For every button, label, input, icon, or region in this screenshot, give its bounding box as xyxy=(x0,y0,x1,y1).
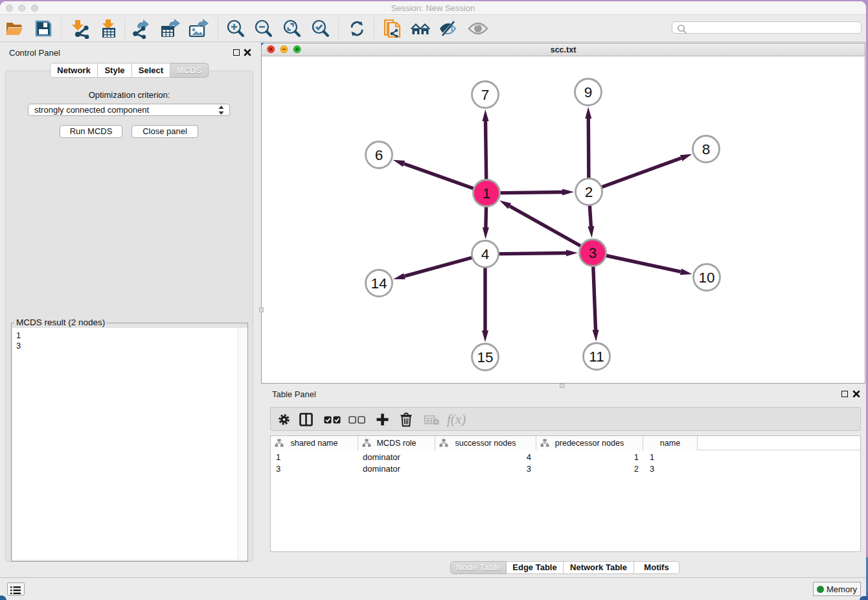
svg-text:1: 1 xyxy=(483,185,491,202)
svg-text:3: 3 xyxy=(589,245,597,261)
svg-text:11: 11 xyxy=(589,349,604,365)
svg-text:4: 4 xyxy=(481,246,490,262)
svg-text:15: 15 xyxy=(477,349,493,365)
svg-text:7: 7 xyxy=(481,87,490,103)
svg-text:9: 9 xyxy=(584,84,593,100)
svg-text:8: 8 xyxy=(702,141,711,157)
svg-text:2: 2 xyxy=(585,184,593,200)
svg-text:6: 6 xyxy=(375,147,383,163)
svg-text:14: 14 xyxy=(371,275,387,292)
svg-text:10: 10 xyxy=(698,270,714,286)
